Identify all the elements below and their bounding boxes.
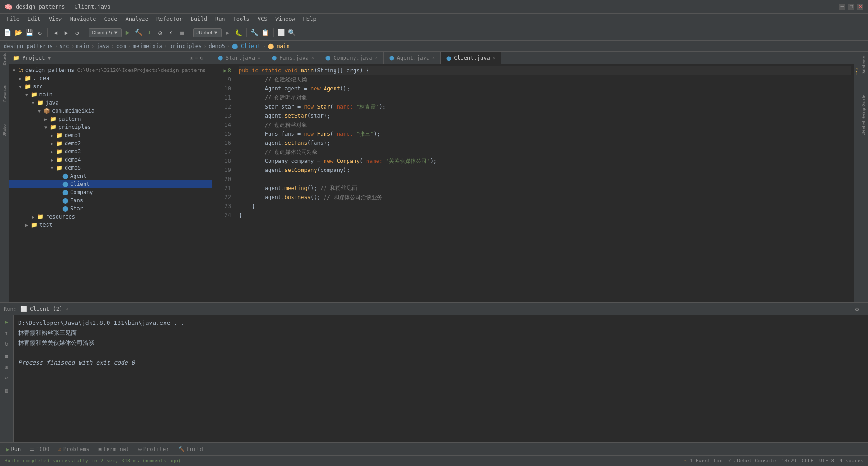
tree-item-star[interactable]: ⬤ Star — [9, 204, 212, 213]
tree-item-root[interactable]: ▼ 🗂 design_patterns C:\Users\32120\IdeaP… — [9, 66, 212, 74]
new-file-icon[interactable]: 📄 — [3, 28, 12, 37]
tree-item-demo3[interactable]: ▶ 📁 demo3 — [9, 147, 212, 156]
menu-tools[interactable]: Tools — [230, 15, 253, 23]
tab-close-fans[interactable]: ✕ — [311, 55, 314, 60]
editor-scrollbar[interactable]: ⚠ 1 — [854, 64, 859, 302]
tree-item-src[interactable]: ▼ 📁 src — [9, 82, 212, 90]
tab-close-agent[interactable]: ✕ — [432, 55, 435, 60]
expand-all-icon[interactable]: ⊞ — [190, 55, 193, 61]
tab-close-star[interactable]: ✕ — [258, 55, 260, 60]
menu-file[interactable]: File — [3, 15, 23, 23]
tree-item-pattern[interactable]: ▶ 📁 pattern — [9, 115, 212, 123]
tree-item-java[interactable]: ▼ 📁 java — [9, 99, 212, 107]
maximize-button[interactable]: □ — [848, 4, 854, 10]
refresh-icon[interactable]: ↻ — [35, 28, 44, 37]
breadcrumb-project[interactable]: design_patterns — [4, 43, 52, 49]
status-indent[interactable]: 4 spaces — [840, 458, 863, 464]
jrebel-panel-icon[interactable]: JRebel — [0, 126, 9, 134]
tree-item-test[interactable]: ▶ 📁 test — [9, 221, 212, 229]
bottom-tab-todo[interactable]: ☰ TODO — [26, 445, 53, 453]
menu-refactor[interactable]: Refactor — [153, 15, 186, 23]
back-icon[interactable]: ◀ — [51, 28, 60, 37]
tree-item-fans[interactable]: ⬤ Fans — [9, 196, 212, 204]
close-button[interactable]: ✕ — [857, 4, 863, 10]
jrebel-setup-icon[interactable]: JRebel Setup Guide — [860, 92, 867, 138]
tab-close-client[interactable]: ✕ — [493, 56, 495, 61]
menu-view[interactable]: View — [45, 15, 66, 23]
open-icon[interactable]: 📂 — [14, 28, 23, 37]
search-icon[interactable]: 🔍 — [288, 28, 297, 37]
breadcrumb-main[interactable]: main — [76, 43, 90, 49]
tree-item-demo4[interactable]: ▶ 📁 demo4 — [9, 156, 212, 164]
tab-company[interactable]: ⬤ Company.java ✕ — [320, 52, 384, 64]
run-settings-icon[interactable]: ⚙ — [855, 305, 859, 313]
run-tab-close-icon[interactable]: ✕ — [65, 306, 68, 312]
tree-item-demo5[interactable]: ▼ 📁 demo5 — [9, 164, 212, 172]
stop-icon[interactable]: ◼ — [178, 28, 187, 37]
menu-code[interactable]: Code — [101, 15, 121, 23]
bottom-tab-run[interactable]: ▶ Run — [3, 445, 24, 453]
build-arrow-icon[interactable]: ⬇ — [145, 28, 154, 37]
breadcrumb-demo5[interactable]: demo5 — [208, 43, 225, 49]
code-area[interactable]: public static void main(String[] args) {… — [235, 64, 854, 302]
profile-icon[interactable]: ⚡ — [167, 28, 176, 37]
run-clear-button[interactable]: 🗑 — [2, 386, 11, 395]
run-play-button[interactable]: ▶ — [2, 317, 11, 326]
tools-icon[interactable]: 🔧 — [250, 28, 259, 37]
jrebel-run-icon[interactable]: ▶ — [223, 28, 232, 37]
run-button[interactable]: ▶ — [123, 28, 132, 37]
run-stop-button[interactable]: ↑ — [2, 328, 11, 337]
tree-item-demo1[interactable]: ▶ 📁 demo1 — [9, 131, 212, 139]
run-minimize-icon[interactable]: _ — [861, 305, 864, 313]
menu-vcs[interactable]: VCS — [254, 15, 271, 23]
bottom-tab-problems[interactable]: ⚠ Problems — [55, 445, 93, 453]
run-scroll-end-button[interactable]: ≡ — [2, 352, 11, 361]
panel-settings-icon[interactable]: ⚙ — [200, 55, 203, 61]
project-dropdown-icon[interactable]: ▼ — [48, 55, 51, 61]
status-event-log[interactable]: ⚠ 1 Event Log — [684, 458, 722, 464]
forward-icon[interactable]: ▶ — [62, 28, 71, 37]
jrebel-dropdown[interactable]: JRebel ▼ — [193, 28, 222, 37]
minimize-button[interactable]: ─ — [839, 4, 845, 10]
run-rerun-button[interactable]: ↻ — [2, 339, 11, 348]
tree-item-idea[interactable]: ▶ 📁 .idea — [9, 74, 212, 82]
breadcrumb-com[interactable]: com — [116, 43, 126, 49]
tab-client[interactable]: ⬤ Client.java ✕ — [441, 52, 501, 64]
build-icon[interactable]: 🔨 — [134, 28, 143, 37]
bottom-tab-profiler[interactable]: ◎ Profiler — [135, 445, 173, 453]
tree-item-resources[interactable]: ▶ 📁 resources — [9, 213, 212, 221]
tree-item-com-meimeixia[interactable]: ▼ 📦 com.meimeixia — [9, 107, 212, 115]
tab-fans[interactable]: ⬤ Fans.java ✕ — [266, 52, 320, 64]
run-wrap-button[interactable]: ↩ — [2, 373, 11, 382]
menu-build[interactable]: Build — [187, 15, 211, 23]
window-controls[interactable]: ─ □ ✕ — [839, 4, 863, 10]
run-tab-client[interactable]: ⬜ Client (2) ✕ — [20, 306, 68, 312]
bottom-tab-build[interactable]: 🔨 Build — [175, 445, 206, 453]
breadcrumb-client-class[interactable]: ⬤ Client — [232, 43, 261, 49]
breadcrumb-principles[interactable]: principles — [169, 43, 202, 49]
tree-item-main[interactable]: ▼ 📁 main — [9, 90, 212, 99]
run-gutter-icon[interactable]: ▶ — [224, 66, 227, 75]
save-icon[interactable]: 💾 — [24, 28, 33, 37]
breadcrumb-main-method[interactable]: ⬤ main — [268, 43, 290, 49]
run-config-dropdown[interactable]: Client (2) ▼ — [89, 28, 122, 37]
tab-close-company[interactable]: ✕ — [375, 55, 378, 60]
run-filter-button[interactable]: ⊞ — [2, 362, 11, 371]
menu-edit[interactable]: Edit — [24, 15, 44, 23]
breadcrumb-src[interactable]: src — [60, 43, 70, 49]
breadcrumb-java[interactable]: java — [96, 43, 109, 49]
status-jrebel-console[interactable]: ⚡ JRebel Console — [728, 458, 776, 464]
collapse-all-icon[interactable]: ≡ — [195, 55, 198, 61]
menu-window[interactable]: Window — [272, 15, 298, 23]
breadcrumb-meimeixia[interactable]: meimeixia — [133, 43, 162, 49]
menu-run[interactable]: Run — [212, 15, 229, 23]
menu-help[interactable]: Help — [300, 15, 320, 23]
database-panel-icon[interactable]: Database — [860, 53, 867, 78]
coverage-icon[interactable]: ◎ — [156, 28, 165, 37]
menu-analyze[interactable]: Analyze — [122, 15, 152, 23]
bottom-tab-terminal[interactable]: ▣ Terminal — [95, 445, 133, 453]
structure-panel-icon[interactable]: Structure — [0, 53, 9, 62]
tab-star[interactable]: ⬤ Star.java ✕ — [212, 52, 266, 64]
vcs-icon[interactable]: 📋 — [261, 28, 270, 37]
tree-item-demo2[interactable]: ▶ 📁 demo2 — [9, 139, 212, 147]
